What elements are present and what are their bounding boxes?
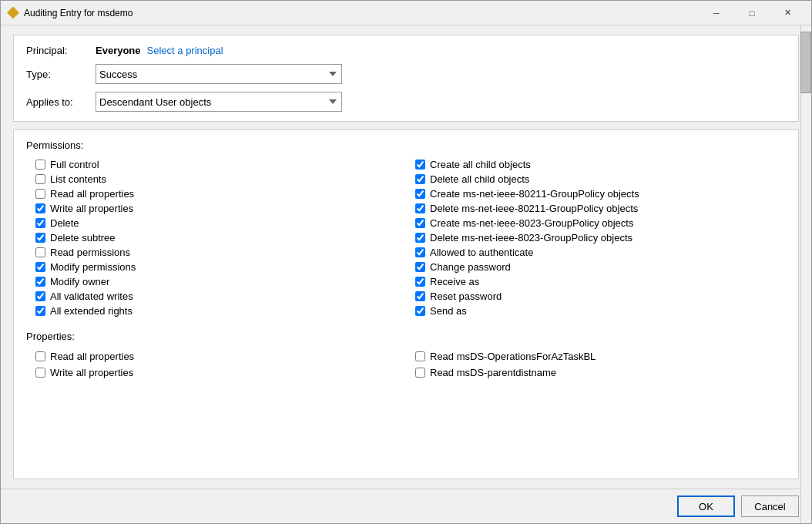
prop-read-all-label[interactable]: Read all properties <box>50 351 134 362</box>
perm-read-all-props-label[interactable]: Read all properties <box>50 188 134 200</box>
perm-modify-permissions-label[interactable]: Modify permissions <box>50 261 136 273</box>
perm-modify-owner: Modify owner <box>26 274 406 289</box>
prop-read-all-checkbox[interactable] <box>35 351 45 361</box>
prop-write-all-checkbox[interactable] <box>35 368 45 378</box>
perm-allowed-auth-label[interactable]: Allowed to authenticate <box>430 247 533 258</box>
dialog-content: Principal: Everyone Select a principal T… <box>1 25 811 489</box>
perm-read-all-props-checkbox[interactable] <box>35 189 45 199</box>
prop-read-all: Read all properties <box>26 348 406 364</box>
perm-receive-as-checkbox[interactable] <box>415 277 425 287</box>
principal-row: Principal: Everyone Select a principal <box>26 45 786 56</box>
perm-modify-permissions-checkbox[interactable] <box>35 262 45 272</box>
perm-delete-all-child-checkbox[interactable] <box>415 174 425 184</box>
perm-list-contents-checkbox[interactable] <box>35 174 45 184</box>
perm-delete: Delete <box>26 216 406 230</box>
perm-delete-ms-8023-label[interactable]: Delete ms-net-ieee-8023-GroupPolicy obje… <box>430 232 632 244</box>
perm-list-contents: List contents <box>26 172 406 186</box>
perm-reset-password-label[interactable]: Reset password <box>430 291 502 302</box>
perm-send-as: Send as <box>406 304 786 318</box>
perm-modify-permissions: Modify permissions <box>26 260 406 274</box>
close-button[interactable]: ✕ <box>770 1 805 25</box>
perm-delete-ms-8021-checkbox[interactable] <box>415 203 425 213</box>
perm-allowed-auth-checkbox[interactable] <box>415 247 425 257</box>
perm-create-all-child-checkbox[interactable] <box>415 160 425 170</box>
permissions-grid: Full control List contents Read all prop… <box>26 157 786 318</box>
perm-all-extended-rights-label[interactable]: All extended rights <box>50 305 133 317</box>
ok-button[interactable]: OK <box>677 495 735 517</box>
prop-read-msds-ops-checkbox[interactable] <box>415 351 425 361</box>
perm-all-validated-writes-checkbox[interactable] <box>35 291 45 301</box>
applies-to-select[interactable]: Descendant User objects This object only… <box>96 92 342 112</box>
perm-create-ms-8021: Create ms-net-ieee-80211-GroupPolicy obj… <box>406 186 786 201</box>
perm-delete-ms-8021-label[interactable]: Delete ms-net-ieee-80211-GroupPolicy obj… <box>430 203 638 214</box>
perm-receive-as: Receive as <box>406 274 786 289</box>
perm-delete-label[interactable]: Delete <box>50 217 79 229</box>
perm-read-all-properties: Read all properties <box>26 186 406 201</box>
maximize-button[interactable]: □ <box>734 1 770 25</box>
perm-write-all-props-label[interactable]: Write all properties <box>50 203 133 214</box>
perm-all-validated-writes-label[interactable]: All validated writes <box>50 291 133 302</box>
permissions-right-col: Create all child objects Delete all chil… <box>406 157 786 318</box>
perm-all-extended-rights-checkbox[interactable] <box>35 306 45 316</box>
scrollbar-track[interactable] <box>800 25 811 523</box>
prop-read-msds-parent-checkbox[interactable] <box>415 368 425 378</box>
perm-create-ms-8021-checkbox[interactable] <box>415 189 425 199</box>
properties-right-col: Read msDS-OperationsForAzTaskBL Read msD… <box>406 348 786 381</box>
perm-delete-subtree-label[interactable]: Delete subtree <box>50 232 116 244</box>
type-label: Type: <box>26 69 96 80</box>
perm-reset-password-checkbox[interactable] <box>415 291 425 301</box>
permissions-left-col: Full control List contents Read all prop… <box>26 157 406 318</box>
prop-read-msds-parent: Read msDS-parentdistname <box>406 364 786 381</box>
titlebar: Auditing Entry for msdemo ─ □ ✕ <box>1 1 811 25</box>
perm-all-validated-writes: All validated writes <box>26 289 406 304</box>
properties-grid: Read all properties Write all properties… <box>26 348 786 381</box>
perm-delete-subtree: Delete subtree <box>26 230 406 245</box>
perm-list-contents-label[interactable]: List contents <box>50 173 106 185</box>
perm-delete-ms-8023-checkbox[interactable] <box>415 233 425 243</box>
perm-full-control-checkbox[interactable] <box>35 160 45 170</box>
perm-modify-owner-label[interactable]: Modify owner <box>50 276 109 287</box>
perm-create-all-child-label[interactable]: Create all child objects <box>430 159 531 170</box>
perm-reset-password: Reset password <box>406 289 786 304</box>
perm-modify-owner-checkbox[interactable] <box>35 277 45 287</box>
prop-read-msds-ops-label[interactable]: Read msDS-OperationsForAzTaskBL <box>430 351 596 362</box>
perm-create-ms-8023: Create ms-net-ieee-8023-GroupPolicy obje… <box>406 216 786 230</box>
applies-to-row: Applies to: Descendant User objects This… <box>26 92 786 112</box>
perm-read-permissions-checkbox[interactable] <box>35 247 45 257</box>
perm-delete-ms-8021: Delete ms-net-ieee-80211-GroupPolicy obj… <box>406 201 786 216</box>
perm-change-password-label[interactable]: Change password <box>430 261 511 273</box>
main-window: Auditing Entry for msdemo ─ □ ✕ Principa… <box>0 0 812 524</box>
window-icon <box>7 7 19 19</box>
perm-allowed-authenticate: Allowed to authenticate <box>406 245 786 260</box>
scrollbar-thumb[interactable] <box>800 32 811 93</box>
perm-send-as-label[interactable]: Send as <box>430 305 467 317</box>
perm-create-ms-8023-checkbox[interactable] <box>415 218 425 228</box>
prop-write-all: Write all properties <box>26 364 406 381</box>
perm-create-ms-8021-label[interactable]: Create ms-net-ieee-80211-GroupPolicy obj… <box>430 188 639 200</box>
type-select[interactable]: Success Fail All <box>96 64 342 84</box>
permissions-section: Permissions: Full control List contents … <box>13 129 799 479</box>
properties-left-col: Read all properties Write all properties <box>26 348 406 381</box>
perm-delete-all-child-label[interactable]: Delete all child objects <box>430 173 529 185</box>
select-principal-link[interactable]: Select a principal <box>147 45 223 56</box>
perm-full-control-label[interactable]: Full control <box>50 159 99 170</box>
perm-receive-as-label[interactable]: Receive as <box>430 276 479 287</box>
cancel-button[interactable]: Cancel <box>741 495 799 517</box>
properties-title: Properties: <box>26 331 786 342</box>
perm-read-permissions-label[interactable]: Read permissions <box>50 247 130 258</box>
perm-create-all-child: Create all child objects <box>406 157 786 172</box>
perm-create-ms-8023-label[interactable]: Create ms-net-ieee-8023-GroupPolicy obje… <box>430 217 633 229</box>
prop-read-msds-parent-label[interactable]: Read msDS-parentdistname <box>430 367 556 378</box>
perm-delete-checkbox[interactable] <box>35 218 45 228</box>
perm-write-all-props-checkbox[interactable] <box>35 203 45 213</box>
perm-change-password: Change password <box>406 260 786 274</box>
perm-send-as-checkbox[interactable] <box>415 306 425 316</box>
minimize-button[interactable]: ─ <box>699 1 734 25</box>
window-controls: ─ □ ✕ <box>699 1 805 25</box>
prop-read-msds-ops: Read msDS-OperationsForAzTaskBL <box>406 348 786 364</box>
perm-read-permissions: Read permissions <box>26 245 406 260</box>
perm-delete-subtree-checkbox[interactable] <box>35 233 45 243</box>
prop-write-all-label[interactable]: Write all properties <box>50 367 133 378</box>
perm-change-password-checkbox[interactable] <box>415 262 425 272</box>
applies-to-label: Applies to: <box>26 96 96 108</box>
